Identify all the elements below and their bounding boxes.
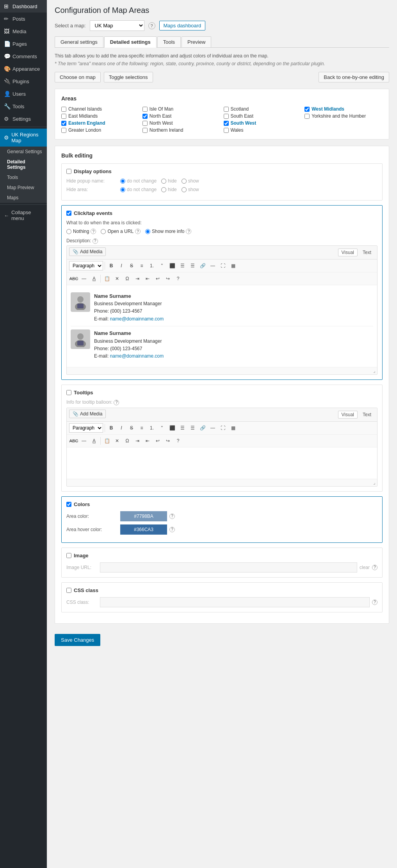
t-blockquote-button[interactable]: " <box>157 423 167 433</box>
area-label-north-east[interactable]: North East <box>150 113 172 119</box>
tooltips-resize-handle[interactable]: ⌟ <box>67 479 377 486</box>
area-checkbox-west-midlands[interactable] <box>304 107 310 112</box>
area-checkbox-eastern-england[interactable] <box>61 121 66 126</box>
area-checkbox-wales[interactable] <box>224 128 229 133</box>
align-right-button[interactable]: ☰ <box>188 261 197 270</box>
t-bold-button[interactable]: B <box>107 423 116 433</box>
sidebar-item-tools[interactable]: 🔧 Tools <box>0 100 47 113</box>
email-link-2[interactable]: name@domainname.com <box>110 353 164 359</box>
sidebar-item-appearance[interactable]: 🎨 Appearance <box>0 63 47 75</box>
bold-button[interactable]: B <box>107 261 116 270</box>
sidebar-item-pages[interactable]: 📄 Pages <box>0 38 47 50</box>
sidebar-sub-detailed-settings[interactable]: Detailed Settings <box>0 157 47 172</box>
t-indent-button[interactable]: ⇥ <box>133 436 142 446</box>
t-align-right-button[interactable]: ☰ <box>188 423 197 433</box>
area-checkbox-yorkshire[interactable] <box>304 114 310 119</box>
area-label-east-midlands[interactable]: East Midlands <box>68 113 98 119</box>
image-checkbox[interactable] <box>66 553 71 558</box>
t-strikethrough2-button[interactable]: ABC <box>69 436 78 446</box>
colors-checkbox[interactable] <box>66 502 71 507</box>
tooltips-paragraph-select[interactable]: Paragraph <box>69 423 103 433</box>
toggle-toolbar-button[interactable]: ▦ <box>228 261 238 270</box>
area-label-channel-islands[interactable]: Channel Islands <box>68 106 102 112</box>
area-checkbox-north-west[interactable] <box>142 121 148 126</box>
area-label-northern-ireland[interactable]: Northern Ireland <box>150 127 183 133</box>
tab-preview[interactable]: Preview <box>182 36 211 47</box>
t-italic-button[interactable]: I <box>117 423 126 433</box>
t-unordered-list-button[interactable]: ≡ <box>137 423 146 433</box>
area-hover-color-box[interactable]: #366CA3 <box>120 524 167 535</box>
sidebar-sub-tools[interactable]: Tools <box>0 172 47 183</box>
align-center-button[interactable]: ☰ <box>178 261 187 270</box>
indent-button[interactable]: ⇥ <box>133 274 142 283</box>
description-help-icon[interactable]: ? <box>93 238 98 244</box>
ordered-list-button[interactable]: 1. <box>147 261 157 270</box>
text-color-button[interactable]: A <box>89 274 99 283</box>
t-align-left-button[interactable]: ⬛ <box>167 423 177 433</box>
outdent-button[interactable]: ⇤ <box>143 274 152 283</box>
t-toggle-toolbar-button[interactable]: ▦ <box>228 423 238 433</box>
choose-on-map-button[interactable]: Choose on map <box>55 72 101 82</box>
blockquote-button[interactable]: " <box>157 261 167 270</box>
clear-format-button[interactable]: ✕ <box>112 274 122 283</box>
editor-content-area[interactable]: Name Surname Business Development Manage… <box>67 285 377 367</box>
tab-detailed-settings[interactable]: Detailed settings <box>104 36 157 48</box>
css-class-checkbox[interactable] <box>66 588 71 593</box>
strikethrough-button[interactable]: S <box>127 261 136 270</box>
area-checkbox-northern-ireland[interactable] <box>142 128 148 133</box>
tooltips-editor-tab-visual[interactable]: Visual <box>338 411 358 419</box>
paste-text-button[interactable]: 📋 <box>102 274 112 283</box>
tooltips-checkbox[interactable] <box>66 390 71 395</box>
area-checkbox-south-east[interactable] <box>224 114 229 119</box>
image-help-icon[interactable]: ? <box>372 565 377 570</box>
sidebar-item-posts[interactable]: ✏ Posts <box>0 13 47 25</box>
t-fullscreen-button[interactable]: ⛶ <box>218 423 228 433</box>
editor-tab-text[interactable]: Text <box>359 249 375 256</box>
nothing-help-icon[interactable]: ? <box>91 229 96 234</box>
fullscreen-button[interactable]: ⛶ <box>218 261 228 270</box>
t-outdent-button[interactable]: ⇤ <box>143 436 152 446</box>
image-url-input[interactable] <box>100 562 357 573</box>
sidebar-item-comments[interactable]: 💬 Comments <box>0 50 47 63</box>
sidebar-sub-map-preview[interactable]: Map Preview <box>0 183 47 193</box>
hide-popup-show[interactable]: show <box>182 178 199 184</box>
sidebar-item-dashboard[interactable]: ⊞ Dashboard <box>0 0 47 13</box>
click-action-open-url[interactable]: Open a URL ? <box>101 229 141 234</box>
sidebar-item-users[interactable]: 👤 Users <box>0 88 47 100</box>
hide-popup-hide[interactable]: hide <box>161 178 177 184</box>
editor-resize-handle[interactable]: ⌟ <box>67 367 377 374</box>
back-to-editing-button[interactable]: Back to one-by-one editing <box>319 72 389 82</box>
editor-tab-visual[interactable]: Visual <box>338 249 358 256</box>
area-label-west-midlands[interactable]: West Midlands <box>312 106 344 112</box>
save-changes-button[interactable]: Save Changes <box>55 634 100 646</box>
show-more-info-help-icon[interactable]: ? <box>186 229 191 234</box>
t-clear-format-button[interactable]: ✕ <box>112 436 122 446</box>
t-more-button[interactable]: — <box>208 423 217 433</box>
t-paste-text-button[interactable]: 📋 <box>102 436 112 446</box>
area-label-north-west[interactable]: North West <box>150 120 173 126</box>
area-label-scotland[interactable]: Scotland <box>231 106 249 112</box>
tooltips-editor-tab-text[interactable]: Text <box>359 411 375 419</box>
tooltip-help-icon[interactable]: ? <box>114 400 119 405</box>
italic-button[interactable]: I <box>117 261 126 270</box>
area-label-wales[interactable]: Wales <box>231 127 244 133</box>
t-ordered-list-button[interactable]: 1. <box>147 423 157 433</box>
t-text-color-button[interactable]: A <box>89 436 99 446</box>
css-class-help-icon[interactable]: ? <box>372 600 377 605</box>
area-checkbox-scotland[interactable] <box>224 107 229 112</box>
area-checkbox-south-west[interactable] <box>224 121 229 126</box>
sidebar-sub-maps[interactable]: Maps <box>0 193 47 203</box>
sidebar-item-plugins[interactable]: 🔌 Plugins <box>0 75 47 88</box>
tab-tools[interactable]: Tools <box>157 36 181 47</box>
sidebar-item-settings[interactable]: ⚙ Settings <box>0 113 47 125</box>
area-label-south-west[interactable]: South West <box>231 120 256 126</box>
area-hover-color-help-icon[interactable]: ? <box>169 527 175 532</box>
more-button[interactable]: — <box>208 261 217 270</box>
click-action-nothing[interactable]: Nothing ? <box>66 229 96 234</box>
t-redo-button[interactable]: ↪ <box>163 436 173 446</box>
area-label-yorkshire[interactable]: Yorkshire and the Humber <box>312 113 366 119</box>
css-class-input[interactable] <box>100 597 370 607</box>
display-options-checkbox[interactable] <box>66 169 71 174</box>
maps-dashboard-button[interactable]: Maps dashboard <box>159 21 206 30</box>
toggle-selections-button[interactable]: Toggle selections <box>104 72 153 82</box>
